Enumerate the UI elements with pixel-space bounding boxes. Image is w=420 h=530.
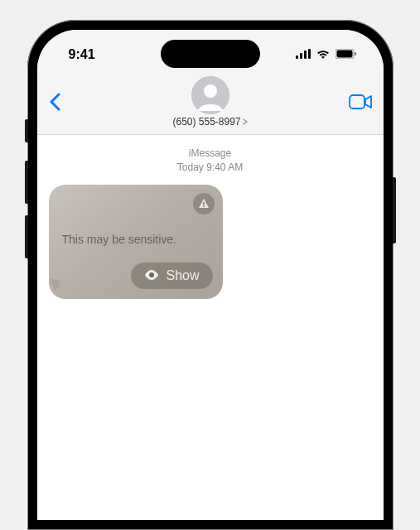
- contact-info[interactable]: (650) 555-8997: [79, 76, 342, 128]
- svg-rect-10: [203, 202, 205, 205]
- status-time: 9:41: [69, 47, 95, 62]
- svg-rect-0: [296, 55, 298, 59]
- video-icon: [349, 94, 372, 109]
- power-button: [393, 177, 396, 243]
- service-label: iMessage: [189, 147, 231, 159]
- svg-rect-2: [304, 51, 307, 59]
- volume-up-button: [25, 161, 28, 204]
- facetime-button[interactable]: [342, 94, 372, 109]
- show-button[interactable]: Show: [131, 263, 212, 289]
- dynamic-island: [161, 40, 260, 68]
- svg-rect-5: [336, 51, 352, 58]
- warning-icon: [193, 193, 215, 214]
- sensitive-warning-text: This may be sensitive.: [62, 233, 177, 246]
- svg-rect-6: [355, 52, 356, 55]
- volume-down-button: [25, 215, 28, 258]
- svg-rect-3: [308, 49, 311, 59]
- timestamp-label: Today 9:40 AM: [177, 161, 243, 173]
- contact-name: (650) 555-8997: [172, 116, 240, 128]
- silent-switch: [25, 119, 28, 142]
- back-button[interactable]: [49, 93, 79, 111]
- message-thread: iMessage Today 9:40 AM This may be sensi…: [37, 135, 384, 311]
- status-indicators: [296, 47, 357, 62]
- person-icon: [191, 76, 229, 114]
- chevron-right-icon: [243, 118, 248, 127]
- phone-frame: 9:41: [27, 20, 393, 530]
- screen: 9:41: [37, 30, 384, 520]
- cellular-icon: [296, 47, 311, 62]
- wifi-icon: [316, 47, 331, 62]
- thread-timestamp: iMessage Today 9:40 AM: [49, 147, 372, 175]
- svg-point-8: [204, 84, 217, 98]
- avatar: [191, 76, 229, 114]
- show-label: Show: [166, 268, 199, 283]
- battery-icon: [336, 47, 357, 62]
- svg-rect-9: [350, 95, 364, 108]
- conversation-header: (650) 555-8997: [37, 71, 384, 135]
- svg-rect-11: [203, 205, 205, 207]
- svg-rect-1: [300, 53, 302, 59]
- eye-icon: [144, 268, 159, 283]
- sensitive-content-bubble: This may be sensitive. Show: [49, 185, 223, 299]
- svg-point-12: [149, 272, 154, 277]
